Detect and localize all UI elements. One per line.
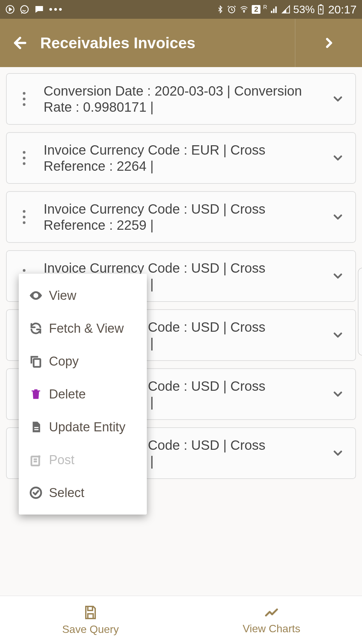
message-icon bbox=[34, 4, 44, 14]
menu-label: Select bbox=[49, 486, 84, 500]
item-summary: Conversion Date : 2020-03-03 | Conversio… bbox=[34, 83, 328, 115]
menu-label: Copy bbox=[49, 354, 79, 369]
button-label: View Charts bbox=[243, 623, 300, 635]
svg-point-7 bbox=[23, 92, 25, 95]
save-icon bbox=[82, 604, 99, 621]
signal-icon bbox=[270, 5, 279, 14]
chevron-down-icon bbox=[331, 151, 345, 165]
battery-charging-icon bbox=[317, 4, 324, 14]
context-menu: View Fetch & View Copy Delete Update Ent… bbox=[19, 274, 147, 515]
button-label: Save Query bbox=[62, 623, 119, 636]
bottom-bar: Save Query View Charts bbox=[0, 596, 362, 644]
menu-view[interactable]: View bbox=[19, 279, 147, 312]
svg-rect-30 bbox=[34, 427, 39, 428]
eye-icon bbox=[28, 288, 44, 303]
svg-point-15 bbox=[23, 221, 25, 224]
battery-percent: 53% bbox=[293, 3, 315, 16]
arrow-left-icon bbox=[11, 34, 29, 52]
item-expand-button[interactable] bbox=[328, 269, 348, 283]
menu-label: Update Entity bbox=[49, 420, 125, 434]
item-summary: Invoice Currency Code : EUR | Cross Refe… bbox=[34, 142, 328, 174]
item-more-button[interactable] bbox=[14, 210, 34, 224]
network-triangle-icon bbox=[281, 5, 291, 14]
svg-rect-29 bbox=[34, 359, 40, 367]
svg-point-9 bbox=[23, 103, 25, 106]
save-query-button[interactable]: Save Query bbox=[0, 604, 181, 636]
list-item[interactable]: Invoice Currency Code : EUR | Cross Refe… bbox=[6, 132, 356, 184]
item-expand-button[interactable] bbox=[328, 210, 348, 224]
chevron-down-icon bbox=[331, 387, 345, 401]
copy-icon bbox=[28, 354, 44, 369]
menu-label: Fetch & View bbox=[49, 321, 124, 336]
forward-button[interactable] bbox=[295, 19, 362, 67]
item-expand-button[interactable] bbox=[328, 387, 348, 401]
bluetooth-icon bbox=[216, 5, 224, 14]
item-more-button[interactable] bbox=[14, 151, 34, 165]
svg-point-2 bbox=[21, 6, 28, 13]
alarm-icon bbox=[227, 5, 236, 14]
back-button[interactable] bbox=[0, 34, 40, 52]
svg-marker-1 bbox=[9, 8, 12, 11]
menu-update-entity[interactable]: Update Entity bbox=[19, 411, 147, 443]
menu-fetch-view[interactable]: Fetch & View bbox=[19, 312, 147, 345]
item-expand-button[interactable] bbox=[328, 92, 348, 106]
page-title: Receivables Invoices bbox=[40, 34, 295, 52]
sim-badge: 2 bbox=[252, 5, 260, 14]
menu-delete[interactable]: Delete bbox=[19, 378, 147, 411]
svg-point-13 bbox=[23, 210, 25, 213]
clock-time: 20:17 bbox=[328, 3, 357, 16]
check-circle-icon bbox=[28, 485, 44, 500]
more-vertical-icon bbox=[22, 151, 26, 165]
svg-point-10 bbox=[23, 151, 25, 154]
menu-label: Delete bbox=[49, 387, 86, 401]
svg-rect-6 bbox=[319, 4, 322, 5]
more-vertical-icon bbox=[22, 92, 26, 106]
status-right: 2 R 53% 20:17 bbox=[216, 3, 357, 16]
side-drawer-handle[interactable] bbox=[358, 268, 362, 356]
signal-roaming-label: R bbox=[263, 4, 267, 10]
content-area: Conversion Date : 2020-03-03 | Conversio… bbox=[0, 67, 362, 596]
app-bar: Receivables Invoices bbox=[0, 19, 362, 67]
post-icon bbox=[28, 452, 44, 468]
item-expand-button[interactable] bbox=[328, 151, 348, 165]
chevron-right-icon bbox=[322, 36, 336, 50]
menu-label: Post bbox=[49, 453, 74, 467]
menu-label: View bbox=[49, 288, 76, 303]
svg-point-16 bbox=[23, 269, 25, 272]
refresh-icon bbox=[28, 321, 44, 336]
item-expand-button[interactable] bbox=[328, 328, 348, 342]
whatsapp-icon bbox=[19, 4, 29, 14]
svg-point-12 bbox=[23, 162, 25, 165]
svg-point-8 bbox=[23, 98, 25, 100]
document-icon bbox=[28, 419, 44, 435]
chevron-down-icon bbox=[331, 328, 345, 342]
trash-icon bbox=[28, 386, 44, 402]
wifi-icon bbox=[239, 5, 249, 13]
menu-post: Post bbox=[19, 443, 147, 476]
svg-rect-31 bbox=[34, 429, 39, 430]
chart-line-icon bbox=[262, 605, 281, 620]
menu-copy[interactable]: Copy bbox=[19, 345, 147, 378]
status-left: ••• bbox=[5, 4, 64, 15]
chevron-down-icon bbox=[331, 92, 345, 106]
chevron-down-icon bbox=[331, 446, 345, 460]
item-more-button[interactable] bbox=[14, 92, 34, 106]
item-summary: Invoice Currency Code : USD | Cross Refe… bbox=[34, 201, 328, 233]
view-charts-button[interactable]: View Charts bbox=[181, 605, 362, 635]
list-item[interactable]: Conversion Date : 2020-03-03 | Conversio… bbox=[6, 73, 356, 125]
play-circle-icon bbox=[5, 5, 15, 14]
chevron-down-icon bbox=[331, 269, 345, 283]
more-vertical-icon bbox=[22, 210, 26, 224]
more-dots-icon: ••• bbox=[49, 4, 64, 15]
svg-point-14 bbox=[23, 216, 25, 218]
svg-point-11 bbox=[23, 157, 25, 159]
menu-select[interactable]: Select bbox=[19, 476, 147, 509]
status-bar: ••• 2 R 53% 20:17 bbox=[0, 0, 362, 19]
svg-point-28 bbox=[35, 294, 37, 297]
list-item[interactable]: Invoice Currency Code : USD | Cross Refe… bbox=[6, 191, 356, 243]
chevron-down-icon bbox=[331, 210, 345, 224]
svg-point-4 bbox=[244, 11, 245, 12]
item-expand-button[interactable] bbox=[328, 446, 348, 460]
